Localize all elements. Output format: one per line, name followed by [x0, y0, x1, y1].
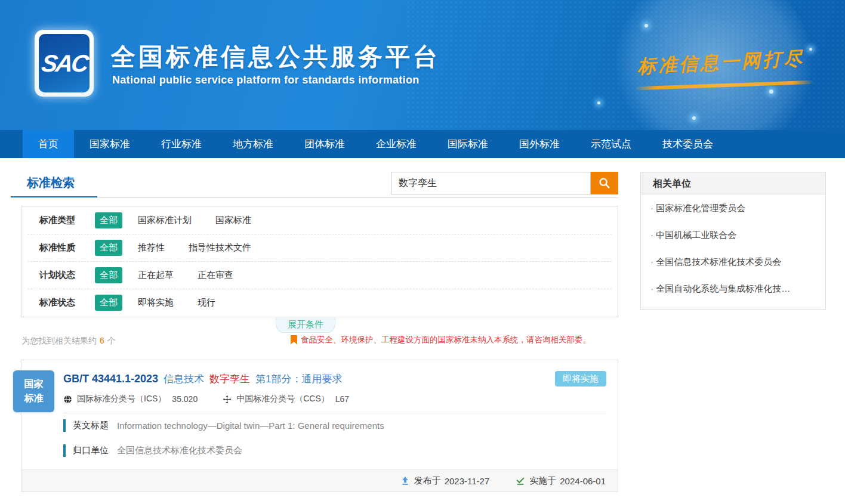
row-accent-bar — [63, 419, 66, 432]
filter-option[interactable]: 正在审查 — [198, 270, 233, 281]
sidebar-item-sac[interactable]: 国家标准化管理委员会 — [641, 194, 825, 221]
search-icon — [598, 177, 611, 190]
implement-label: 实施于 — [529, 475, 556, 487]
filter-row-plan-status: 计划状态 全部 正在起草 正在审查 — [27, 261, 612, 289]
filter-row-standard-status: 标准状态 全部 即将实施 现行 — [27, 289, 612, 316]
ccs-value: L67 — [335, 394, 349, 404]
glow-dot — [644, 24, 648, 27]
filter-all-button[interactable]: 全部 — [95, 240, 122, 256]
standard-code: GB/T 43441.1-2023 — [63, 373, 158, 385]
standard-title-tech: 信息技术 — [164, 372, 204, 386]
filter-option[interactable]: 指导性技术文件 — [189, 242, 251, 253]
card-divider — [63, 413, 606, 413]
nav-tab-local-standards[interactable]: 地方标准 — [217, 130, 289, 158]
sac-logo-mark: SAC — [39, 34, 90, 92]
sac-logo[interactable]: SAC — [35, 30, 94, 97]
nav-tab-international-standards[interactable]: 国际标准 — [432, 130, 504, 158]
check-mark-icon — [516, 476, 525, 486]
filter-label: 标准类型 — [39, 215, 95, 226]
filter-row-standard-nature: 标准性质 全部 推荐性 指导性技术文件 — [27, 234, 612, 261]
search-input[interactable] — [391, 172, 591, 194]
detail-label: 归口单位 — [73, 445, 109, 456]
ics-value: 35.020 — [172, 394, 198, 404]
ics-label: 国际标准分类号（ICS） — [77, 394, 166, 404]
result-count-suffix: 个 — [107, 336, 116, 345]
card-footer: 发布于 2023-11-27 实施于 2024-06-01 — [21, 469, 618, 491]
implement-date: 2024-06-01 — [560, 476, 606, 486]
nav-tab-foreign-standards[interactable]: 国外标准 — [504, 130, 575, 158]
filter-label: 标准状态 — [39, 297, 95, 308]
filter-label: 标准性质 — [39, 242, 95, 253]
divider — [11, 197, 619, 198]
filter-option[interactable]: 推荐性 — [138, 242, 165, 253]
publish-date-group: 发布于 2023-11-27 — [400, 475, 490, 487]
ccs-group: 中国标准分类号（CCS） L67 — [223, 394, 349, 404]
nav-tab-technical-committee[interactable]: 技术委员会 — [647, 130, 729, 158]
sidebar-item-it-standardization[interactable]: 全国信息技术标准化技术委员会 — [641, 248, 825, 275]
nav-tab-enterprise-standards[interactable]: 企业标准 — [360, 130, 432, 158]
implement-date-group: 实施于 2024-06-01 — [516, 475, 606, 487]
expand-conditions-button[interactable]: 展开条件 — [276, 317, 335, 333]
notice-text: 食品安全、环境保护、工程建设方面的国家标准未纳入本系统，请咨询相关部委。 — [301, 335, 591, 345]
filter-panel: 标准类型 全部 国家标准计划 国家标准 标准性质 全部 推荐性 指导性技术文件 … — [21, 206, 618, 317]
filter-all-button[interactable]: 全部 — [95, 212, 122, 228]
related-units-title: 相关单位 — [641, 172, 825, 194]
upload-arrow-icon — [400, 476, 410, 486]
standard-title-part: 第1部分：通用要求 — [255, 372, 342, 386]
globe-icon — [63, 395, 72, 404]
classification-row: 国际标准分类号（ICS） 35.020 中国标准分类号（CCS） L67 — [63, 394, 374, 404]
glow-dot — [597, 101, 600, 104]
nav-tab-national-standards[interactable]: 国家标准 — [74, 130, 146, 158]
filter-option[interactable]: 国家标准 — [215, 215, 251, 226]
detail-value: 全国信息技术标准化技术委员会 — [117, 445, 242, 456]
glow-dot — [769, 89, 773, 94]
sidebar-item-automation-standardization[interactable]: 全国自动化系统与集成标准化技… — [641, 275, 825, 302]
ccs-label: 中国标准分类号（CCS） — [236, 394, 329, 404]
nav-tab-pilot[interactable]: 示范试点 — [575, 130, 647, 158]
sidebar-item-machinery-federation[interactable]: 中国机械工业联合会 — [641, 221, 825, 248]
english-title-row: 英文标题 Information technology—Digital twin… — [63, 419, 384, 432]
bookmark-icon — [291, 335, 297, 345]
status-badge: 即将实施 — [555, 371, 606, 386]
filter-option[interactable]: 国家标准计划 — [138, 215, 192, 226]
filter-all-button[interactable]: 全部 — [95, 267, 122, 283]
crosshair-arrows-icon — [223, 395, 232, 404]
filter-row-standard-type: 标准类型 全部 国家标准计划 国家标准 — [27, 206, 612, 234]
site-subtitle: National public service platform for sta… — [112, 74, 419, 86]
filter-option[interactable]: 即将实施 — [138, 297, 174, 308]
filter-option[interactable]: 现行 — [198, 297, 215, 308]
nav-tab-home[interactable]: 首页 — [23, 130, 74, 158]
row-accent-bar — [63, 444, 66, 457]
glow-dot — [692, 116, 696, 120]
standard-title-link[interactable]: GB/T 43441.1-2023 信息技术 数字孪生 第1部分：通用要求 — [63, 372, 343, 386]
badge-line1: 国家 — [13, 377, 54, 391]
header-slogan: 标准信息一网打尽 — [637, 46, 805, 80]
filter-label: 计划状态 — [39, 270, 95, 281]
ics-group: 国际标准分类号（ICS） 35.020 — [63, 394, 198, 404]
nav-tab-group-standards[interactable]: 团体标准 — [289, 130, 360, 158]
result-count-number: 6 — [100, 336, 104, 345]
system-notice: 食品安全、环境保护、工程建设方面的国家标准未纳入本系统，请咨询相关部委。 — [291, 335, 591, 345]
site-title: 全国标准信息公共服务平台 — [111, 41, 440, 73]
filter-option[interactable]: 正在起草 — [138, 270, 174, 281]
filter-all-button[interactable]: 全部 — [95, 295, 122, 311]
committee-row: 归口单位 全国信息技术标准化技术委员会 — [63, 444, 242, 457]
sac-logo-text: SAC — [40, 50, 89, 77]
nav-tab-industry-standards[interactable]: 行业标准 — [146, 130, 217, 158]
publish-date: 2023-11-27 — [445, 476, 490, 486]
publish-label: 发布于 — [414, 475, 441, 487]
glow-dot — [809, 48, 812, 51]
related-units-panel: 相关单位 国家标准化管理委员会 中国机械工业联合会 全国信息技术标准化技术委员会… — [640, 172, 826, 310]
page-title: 标准检索 — [27, 175, 75, 191]
slogan-underline — [635, 81, 814, 90]
result-card: 国家 标准 GB/T 43441.1-2023 信息技术 数字孪生 第1部分：通… — [21, 360, 618, 492]
site-header: SAC 全国标准信息公共服务平台 National public service… — [0, 0, 845, 130]
standard-title-keyword: 数字孪生 — [209, 372, 250, 386]
standard-type-badge: 国家 标准 — [13, 370, 54, 412]
detail-value: Information technology—Digital twin—Part… — [117, 420, 384, 431]
search-button[interactable] — [591, 172, 618, 194]
detail-label: 英文标题 — [73, 420, 109, 431]
badge-line2: 标准 — [13, 391, 54, 406]
page: SAC 全国标准信息公共服务平台 National public service… — [0, 0, 845, 504]
main-nav: 首页 国家标准 行业标准 地方标准 团体标准 企业标准 国际标准 国外标准 示范… — [0, 130, 845, 158]
